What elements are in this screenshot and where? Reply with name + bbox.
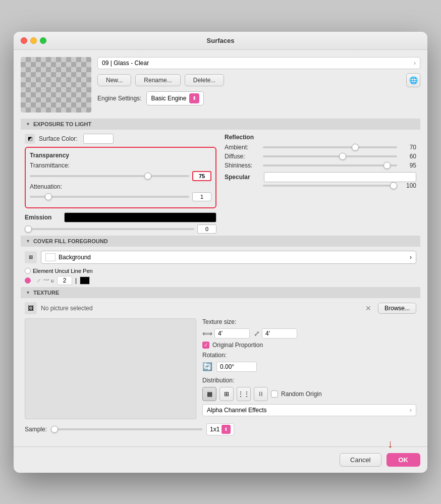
attenuation-row: Attenuation: (30, 183, 211, 190)
alpha-channel-row[interactable]: Alpha Channel Effects › (202, 404, 416, 416)
clear-texture-button[interactable]: ✕ (363, 303, 374, 314)
shininess-slider[interactable] (263, 164, 397, 166)
original-proportion-checkbox[interactable]: ✓ (202, 342, 209, 349)
surface-name-row: 09 | Glass - Clear › (97, 57, 420, 69)
element-uncut-radio[interactable]: Element Uncut Line Pen (25, 268, 93, 274)
minimize-button[interactable] (30, 37, 37, 44)
ambient-slider[interactable] (263, 146, 397, 148)
texture-controls: Texture size: ⟺ ⤢ ✓ O (202, 318, 416, 419)
pen-slash-icon: ⟋ (36, 277, 42, 284)
distribution-button-2[interactable]: ⊞ (219, 387, 234, 401)
rotation-input-row: 🔄 (202, 362, 416, 372)
button-row: New... Rename... Delete... 🌐 (97, 73, 420, 87)
sample-value: 1x1 (210, 426, 219, 433)
pen-wave-icon: 〰 (43, 277, 49, 284)
emission-slider[interactable] (25, 228, 194, 230)
engine-row: Engine Settings: Basic Engine ⬍ (97, 91, 420, 105)
surface-name-box[interactable]: 09 | Glass - Clear › (97, 57, 420, 69)
rename-button[interactable]: Rename... (135, 74, 180, 86)
texture-triangle-icon[interactable]: ▼ (26, 290, 30, 295)
exposure-content: ◩ Surface Color: Transparency Transmitta… (21, 134, 420, 236)
surface-preview (21, 57, 91, 113)
pen-controls: ⟋ 〰 ᵾ 2 | (36, 276, 90, 285)
texture-header-row: 🖼 No picture selected ✕ Browse... (25, 302, 416, 314)
engine-value: Basic Engine (151, 95, 186, 102)
surface-name-text: 09 | Glass - Clear (102, 60, 149, 67)
original-proportion-row: ✓ Original Proportion (202, 342, 416, 349)
attenuation-value[interactable]: 1 (192, 192, 211, 201)
ambient-row: Ambient: 70 (225, 144, 416, 151)
exposure-triangle-icon[interactable]: ▼ (26, 122, 30, 127)
alpha-channel-label: Alpha Channel Effects (207, 407, 267, 414)
attenuation-slider[interactable] (30, 196, 189, 198)
texture-size-label: Texture size: (202, 318, 236, 325)
diffuse-label: Diffuse: (225, 153, 260, 160)
transmittance-value[interactable]: 75 (192, 171, 211, 181)
cancel-button[interactable]: Cancel (340, 453, 381, 467)
random-origin-checkbox[interactable] (271, 390, 278, 398)
transmittance-row: Transmittance: (30, 162, 211, 169)
specular-slider-row: 100 (225, 182, 416, 189)
emission-row: Emission (25, 212, 216, 222)
background-select[interactable]: Background › (41, 251, 416, 264)
pen-icons: ⟋ 〰 ᵾ (36, 277, 54, 284)
exposure-left: ◩ Surface Color: Transparency Transmitta… (25, 134, 216, 236)
specular-color-swatch[interactable] (264, 172, 416, 182)
random-origin-label: Random Origin (281, 390, 322, 398)
texture-main: Texture size: ⟺ ⤢ ✓ O (25, 318, 416, 419)
texture-header-label: TEXTURE (33, 290, 59, 296)
main-content: 09 | Glass - Clear › New... Rename... De… (14, 50, 427, 446)
random-origin-row: Random Origin (271, 390, 322, 398)
sample-arrow-icon: ⬍ (222, 425, 231, 434)
rotation-input[interactable] (216, 362, 257, 372)
surface-color-row: ◩ Surface Color: (25, 134, 216, 144)
diffuse-value: 60 (400, 153, 416, 160)
delete-button[interactable]: Delete... (185, 74, 225, 86)
cover-fill-triangle-icon[interactable]: ▼ (26, 239, 30, 244)
maximize-button[interactable] (40, 37, 46, 44)
texture-height-group: ⤢ (254, 328, 297, 339)
specular-row: Specular (225, 172, 416, 182)
emission-value[interactable]: 0 (197, 225, 216, 234)
close-button[interactable] (21, 37, 27, 44)
surface-color-swatch[interactable] (83, 134, 114, 144)
diffuse-slider[interactable] (263, 155, 397, 157)
globe-button[interactable]: 🌐 (406, 73, 420, 87)
texture-height-input[interactable] (262, 328, 297, 339)
transmittance-slider[interactable] (30, 175, 189, 177)
texture-width-input[interactable] (214, 328, 250, 339)
new-button[interactable]: New... (97, 74, 131, 86)
distribution-button-3[interactable]: ⋮⋮ (237, 387, 251, 401)
cover-fill-header: ▼ COVER FILL FOREGROUND (21, 236, 420, 247)
pen-value[interactable]: 2 (57, 276, 72, 285)
emission-color-swatch[interactable] (64, 212, 216, 222)
pen-underline-icon: ᵾ (51, 277, 54, 284)
sample-row: Sample: 1x1 ⬍ (25, 423, 416, 435)
texture-width-group: ⟺ (202, 328, 250, 339)
distribution-row: ▦ ⊞ ⋮⋮ ⁞⁞ Random Origin (202, 387, 416, 401)
distribution-button-1[interactable]: ▦ (202, 387, 216, 401)
element-uncut-radio-circle (25, 268, 31, 274)
background-chevron-icon: › (410, 254, 412, 261)
browse-button[interactable]: Browse... (378, 303, 416, 314)
cover-fill-header-label: COVER FILL FOREGROUND (33, 238, 108, 244)
ambient-label: Ambient: (225, 144, 260, 151)
texture-header: ▼ TEXTURE (21, 287, 420, 298)
sample-label: Sample: (25, 426, 47, 433)
arrow-indicator: ↓ (388, 437, 393, 451)
rotation-icon: 🔄 (202, 362, 212, 371)
shininess-label: Shininess: (225, 162, 260, 169)
pen-color-swatch[interactable] (80, 276, 90, 285)
exposure-right: Reflection Ambient: 70 Diffuse: 60 Shini… (225, 134, 416, 236)
original-proportion-label: Original Proportion (212, 342, 263, 349)
specular-label: Specular (225, 174, 260, 181)
specular-slider[interactable] (263, 185, 397, 187)
active-pen-radio[interactable] (25, 277, 31, 284)
engine-settings-label: Engine Settings: (97, 95, 141, 102)
ok-button[interactable]: OK (387, 453, 421, 467)
engine-select[interactable]: Basic Engine ⬍ (146, 91, 204, 105)
distribution-button-4[interactable]: ⁞⁞ (254, 387, 268, 401)
cover-fill-icon: ⊞ (25, 251, 37, 263)
sample-select[interactable]: 1x1 ⬍ (206, 423, 234, 435)
sample-slider[interactable] (51, 428, 202, 430)
